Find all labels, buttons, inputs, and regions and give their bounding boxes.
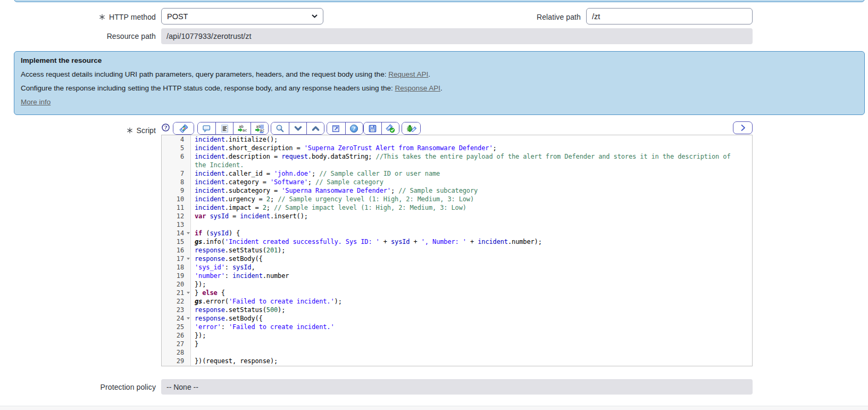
editor-help-button[interactable]: ? <box>345 122 363 134</box>
resource-path-field: /api/1077933/zerotrust/zt <box>161 28 753 44</box>
line-number: 21 <box>162 289 190 297</box>
syntax-check-icon <box>179 124 188 133</box>
line-number: 4 <box>162 135 190 144</box>
code-line[interactable]: incident.caller_id = 'john.doe'; // Samp… <box>191 169 752 178</box>
find-previous-icon <box>311 124 320 133</box>
info-box-title: Implement the resource <box>21 56 858 65</box>
info-line-2-after: . <box>440 84 443 92</box>
replace-all-button[interactable]: abac <box>251 122 268 134</box>
open-new-window-button[interactable] <box>327 122 345 134</box>
code-line[interactable]: incident.subcategory = 'Superna Ransomwa… <box>191 186 752 195</box>
protection-policy-label-text: Protection policy <box>101 383 156 391</box>
search-button[interactable] <box>271 122 289 134</box>
line-number: 22 <box>162 297 190 306</box>
find-next-button[interactable] <box>289 122 306 134</box>
protection-policy-field: -- None -- <box>161 379 753 395</box>
relative-path-label: Relative path <box>457 9 581 25</box>
save-button[interactable] <box>364 122 381 134</box>
protection-policy-value: -- None -- <box>166 383 198 391</box>
line-number: 5 <box>162 144 190 152</box>
line-number: 9 <box>162 186 190 195</box>
resource-path-label-text: Resource path <box>107 32 156 40</box>
toolbar-button-group <box>173 122 194 135</box>
code-line[interactable]: response.setBody({ <box>191 255 752 263</box>
format-code-button[interactable] <box>215 122 233 134</box>
more-info-link[interactable]: More info <box>21 98 51 106</box>
code-line[interactable]: 'error': 'Failed to create incident.' <box>191 323 752 331</box>
line-number: 25 <box>162 323 190 331</box>
line-number: 15 <box>162 237 190 246</box>
replace-button[interactable]: abac <box>233 122 251 134</box>
code-line[interactable]: incident.impact = 2; // Sample impact le… <box>191 203 752 212</box>
line-number: 19 <box>162 272 190 280</box>
script-debugger-button[interactable] <box>402 122 420 134</box>
line-number: 18 <box>162 263 190 272</box>
response-api-link[interactable]: Response API <box>395 84 440 92</box>
request-api-link[interactable]: Request API <box>388 70 428 78</box>
code-line[interactable]: response.setStatus(500); <box>191 306 752 314</box>
line-number: 29 <box>162 357 190 365</box>
code-line[interactable]: 'sys_id': sysId, <box>191 263 752 272</box>
fold-toggle-icon[interactable] <box>187 317 190 319</box>
code-line[interactable]: gs.error('Failed to create incident.'); <box>191 297 752 306</box>
debug-icon <box>406 124 416 133</box>
syntax-check-button[interactable] <box>173 122 194 134</box>
line-number: 7 <box>162 169 190 178</box>
line-number: 8 <box>162 178 190 186</box>
editor-line-number-gutter: 4567891011121314151617181920212223242526… <box>162 135 191 366</box>
http-method-label-text: HTTP method <box>109 13 156 21</box>
code-line[interactable]: }); <box>191 331 752 340</box>
resource-path-value: /api/1077933/zerotrust/zt <box>166 32 252 40</box>
code-line[interactable]: 'number': incident.number <box>191 272 752 280</box>
script-help-icon[interactable]: ? <box>162 124 170 132</box>
code-line[interactable] <box>191 220 752 229</box>
code-line[interactable]: gs.info('Incident created successfully. … <box>191 237 752 246</box>
code-line[interactable]: response.setBody({ <box>191 314 752 323</box>
line-number: 27 <box>162 340 190 348</box>
expand-right-icon <box>739 124 747 132</box>
required-icon <box>127 127 133 134</box>
code-line[interactable]: incident.initialize(); <box>191 135 752 144</box>
info-line-1-text: Access request details including URI pat… <box>21 70 388 78</box>
code-line[interactable]: the Incident. <box>191 161 752 169</box>
fold-toggle-icon[interactable] <box>187 292 190 294</box>
relative-path-input[interactable] <box>586 8 753 24</box>
code-line[interactable]: } else { <box>191 289 752 297</box>
script-code-editor[interactable]: 4567891011121314151617181920212223242526… <box>161 135 753 366</box>
line-number: 28 <box>162 348 190 357</box>
code-line[interactable] <box>191 348 752 357</box>
find-previous-button[interactable] <box>306 122 324 134</box>
toggle-comment-button[interactable] <box>198 122 215 134</box>
code-line[interactable]: var sysId = incident.insert(); <box>191 212 752 220</box>
validate-script-button[interactable] <box>381 122 399 134</box>
chevron-down-icon <box>312 14 318 18</box>
code-line[interactable]: if (sysId) { <box>191 229 752 237</box>
code-line[interactable]: incident.category = 'Software'; // Sampl… <box>191 178 752 186</box>
toolbar-button-group: abacabac <box>197 122 269 135</box>
code-line[interactable]: })(request, response); <box>191 357 752 365</box>
expand-editor-button[interactable] <box>733 121 753 134</box>
relative-path-label-text: Relative path <box>537 13 581 21</box>
save-icon <box>368 124 377 133</box>
http-method-select[interactable]: POST <box>161 8 323 24</box>
line-number: 11 <box>162 203 190 212</box>
info-line-1-after: . <box>428 70 430 78</box>
editor-code-area[interactable]: incident.initialize();incident.short_des… <box>191 135 752 366</box>
line-number: 10 <box>162 195 190 203</box>
toolbar-button-group <box>402 122 421 135</box>
code-line[interactable]: incident.urgency = 2; // Sample urgency … <box>191 195 752 203</box>
code-line[interactable]: } <box>191 340 752 348</box>
fold-toggle-icon[interactable] <box>187 258 190 260</box>
script-label: Script <box>0 124 156 137</box>
section-divider-strip <box>0 406 868 410</box>
code-line[interactable]: response.setStatus(201); <box>191 246 752 255</box>
code-line[interactable]: incident.description = request.body.data… <box>191 152 752 161</box>
toolbar-button-group <box>271 122 324 135</box>
code-line[interactable]: incident.short_description = 'Superna Ze… <box>191 144 752 152</box>
line-number: 13 <box>162 220 190 229</box>
line-number: 16 <box>162 246 190 255</box>
code-line[interactable]: }); <box>191 280 752 289</box>
resource-path-label: Resource path <box>0 28 156 44</box>
editor-help-icon: ? <box>349 124 358 133</box>
fold-toggle-icon[interactable] <box>187 232 190 234</box>
